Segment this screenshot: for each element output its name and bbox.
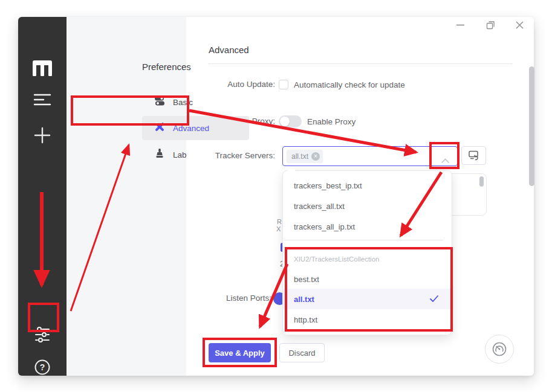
- lab-stamp-icon: [154, 148, 165, 161]
- app-logo-icon: [18, 60, 67, 76]
- chevron-up-icon[interactable]: [441, 155, 449, 165]
- tracker-dropdown: trackers_best_ip.txt trackers_all.txt tr…: [282, 170, 452, 335]
- window-scrollbar[interactable]: [529, 66, 534, 186]
- nav-item-basic-label: Basic: [173, 98, 193, 107]
- selected-tracker-tag: all.txt ×: [287, 150, 323, 163]
- sync-trackers-button[interactable]: [461, 146, 486, 165]
- listen-ports-label: Listen Ports:: [178, 294, 271, 303]
- toggle-knob: [280, 117, 290, 126]
- dropdown-group-label: XIU2/TrackersListCollection: [294, 255, 379, 263]
- preferences-panel: Preferences Basic Advanced: [67, 17, 186, 376]
- basic-toggles-icon: [154, 95, 165, 109]
- add-task-icon[interactable]: [18, 127, 67, 144]
- restore-window-button[interactable]: [485, 20, 496, 30]
- preferences-sliders-icon[interactable]: [18, 326, 67, 343]
- dropdown-item[interactable]: trackers_all.txt: [283, 196, 452, 216]
- discard-button[interactable]: Discard: [279, 343, 325, 362]
- title-divider: [209, 63, 512, 64]
- screenshot-canvas: ? Preferences Basic: [0, 0, 552, 392]
- app-sidebar: ?: [18, 17, 67, 376]
- selected-tracker-tag-text: all.txt: [291, 152, 308, 161]
- nav-item-basic[interactable]: Basic: [142, 90, 249, 114]
- auto-update-checkbox[interactable]: [279, 80, 288, 89]
- auto-update-label: Auto Update:: [181, 80, 275, 89]
- nav-item-advanced-label: Advanced: [173, 124, 209, 133]
- dropdown-item-selected[interactable]: all.txt: [283, 289, 452, 309]
- auto-update-checkbox-label[interactable]: Automatically check for update: [294, 80, 405, 89]
- page-title: Advanced: [209, 45, 249, 55]
- advanced-tools-icon: [154, 121, 165, 135]
- dropdown-item[interactable]: best.txt: [283, 269, 452, 289]
- proxy-toggle-label: Enable Proxy: [307, 117, 356, 126]
- nav-item-lab-label: Lab: [173, 150, 187, 159]
- dropdown-item-selected-label: all.txt: [294, 295, 314, 304]
- dropdown-item[interactable]: http.txt: [283, 309, 452, 330]
- nav-item-advanced[interactable]: Advanced: [142, 116, 249, 140]
- dropdown-item[interactable]: trackers_all_ip.txt: [283, 216, 452, 237]
- minimize-button[interactable]: [455, 21, 466, 29]
- dropdown-item[interactable]: trackers_best_ip.txt: [283, 175, 452, 196]
- occluded-text-line2: X: [276, 225, 281, 233]
- tracker-servers-select[interactable]: all.txt ×: [282, 146, 458, 166]
- nav-item-lab[interactable]: Lab: [142, 143, 249, 167]
- textarea-scrollbar[interactable]: [479, 176, 484, 187]
- svg-text:?: ?: [40, 362, 45, 372]
- close-icon[interactable]: [514, 20, 525, 30]
- occluded-text-line1: R: [277, 218, 282, 225]
- tag-remove-icon[interactable]: ×: [311, 152, 320, 161]
- dropdown-divider: [284, 240, 443, 240]
- dropdown-caret: [287, 166, 296, 171]
- speed-limit-gauge-button[interactable]: [485, 335, 514, 364]
- preferences-title: Preferences: [142, 62, 191, 72]
- checkmark-icon: [430, 295, 438, 304]
- save-apply-button[interactable]: Save & Apply: [209, 343, 271, 362]
- task-list-icon[interactable]: [18, 94, 67, 106]
- proxy-toggle[interactable]: [279, 115, 302, 127]
- help-icon[interactable]: ?: [18, 359, 67, 375]
